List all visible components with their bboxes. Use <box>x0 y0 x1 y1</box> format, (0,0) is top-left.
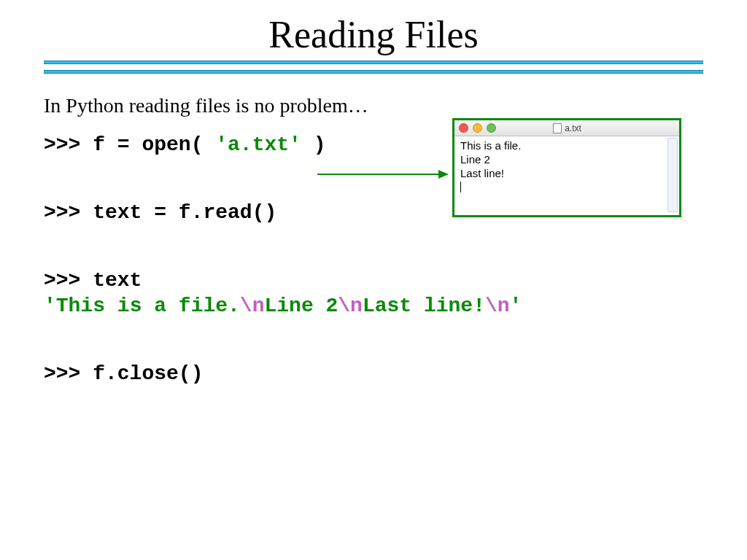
arrow <box>317 174 449 175</box>
code-result: 'This is a file.\nLine 2\nLast line!\n' <box>44 293 703 319</box>
arrow-head-icon <box>438 170 449 179</box>
intro-text: In Python reading files is no problem… <box>44 94 703 117</box>
text-caret-icon <box>460 182 461 192</box>
file-line: Last line! <box>460 167 673 181</box>
slide: Reading Files In Python reading files is… <box>0 0 747 560</box>
escape-n: \n <box>338 295 363 317</box>
close-icon[interactable] <box>459 123 468 133</box>
text-file-window: a.txt This is a file. Line 2 Last line! <box>452 118 681 217</box>
file-content: This is a file. Line 2 Last line! <box>454 136 679 215</box>
minimize-icon[interactable] <box>473 123 482 133</box>
file-line: Line 2 <box>460 153 673 167</box>
string-literal: 'a.txt' <box>215 133 301 156</box>
string-part: Line 2 <box>264 295 338 317</box>
slide-title: Reading Files <box>44 13 703 56</box>
document-icon <box>553 123 562 133</box>
code-text: >>> f = open( <box>44 133 215 156</box>
string-part: This is a file. <box>56 295 240 317</box>
code-text: ) <box>301 133 326 156</box>
file-line: This is a file. <box>460 139 673 153</box>
code-echo: >>> text <box>44 268 703 293</box>
window-title-text: a.txt <box>565 123 581 133</box>
traffic-lights <box>459 123 496 133</box>
rule-1 <box>44 61 703 64</box>
window-title: a.txt <box>496 123 638 133</box>
rule-2 <box>44 70 703 74</box>
escape-n: \n <box>240 295 265 317</box>
string-part: Last line! <box>363 295 485 317</box>
window-titlebar: a.txt <box>454 120 679 136</box>
cursor-line <box>460 180 673 194</box>
quote-open: ' <box>44 295 56 317</box>
quote-close: ' <box>510 295 522 317</box>
zoom-icon[interactable] <box>487 123 496 133</box>
arrow-line <box>317 174 440 175</box>
code-close: >>> f.close() <box>44 361 703 386</box>
scrollbar-vertical[interactable] <box>667 138 678 212</box>
escape-n: \n <box>485 295 510 317</box>
title-underline <box>44 61 703 74</box>
